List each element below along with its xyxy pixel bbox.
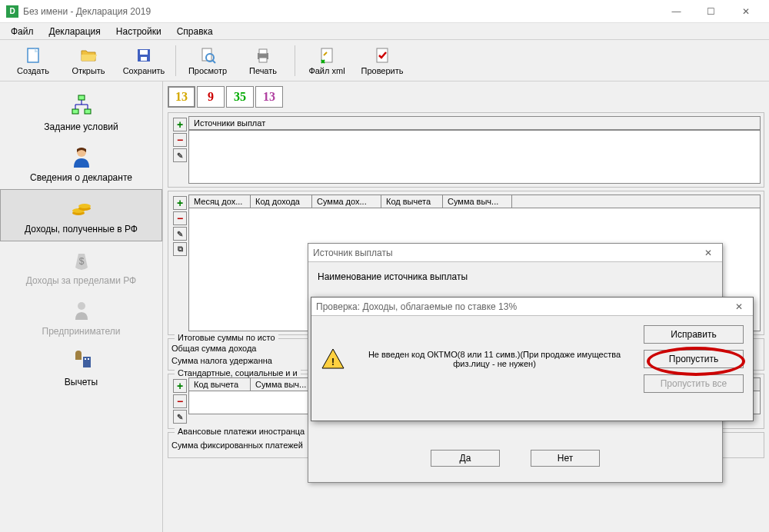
svg-rect-10 (259, 58, 267, 62)
col-month[interactable]: Месяц дох... (189, 195, 251, 208)
rate-tab-13b[interactable]: 13 (255, 86, 283, 108)
copy-income-button[interactable]: ⧉ (173, 242, 187, 256)
svg-rect-14 (72, 109, 78, 114)
edit-income-button[interactable]: ✎ (173, 227, 187, 241)
sidebar-item-income-abroad[interactable]: $ Доходы за пределами РФ (0, 241, 162, 292)
rate-tab-9[interactable]: 9 (197, 86, 225, 108)
toolbar-xml[interactable]: Файл xml (300, 42, 354, 79)
svg-rect-3 (140, 50, 148, 55)
col-deduct-code2[interactable]: Код вычета (189, 378, 251, 391)
maximize-button[interactable]: ☐ (694, 1, 728, 22)
sidebar: Задание условий Сведения о декларанте До… (0, 81, 163, 532)
col-sum[interactable]: Сумма дох... (312, 195, 381, 208)
business-icon (69, 298, 94, 323)
tax-rate-tabs: 13 9 35 13 (166, 85, 766, 109)
toolbar-print[interactable]: Печать (236, 42, 290, 79)
dialog2-title: Проверка: Доходы, облагаемые по ставке 1… (316, 301, 517, 312)
deductions-icon (69, 349, 94, 374)
sources-header: Источники выплат (188, 116, 761, 130)
toolbar-save[interactable]: Сохранить (117, 42, 171, 79)
edit-source-button[interactable]: ✎ (173, 148, 187, 162)
rate-tab-13[interactable]: 13 (168, 86, 195, 108)
col-code[interactable]: Код дохода (251, 195, 312, 208)
preview-icon (198, 46, 217, 65)
sidebar-item-business[interactable]: Предприниматели (0, 292, 162, 343)
col-deduct-code[interactable]: Код вычета (381, 195, 443, 208)
window-title: Без имени - Декларация 2019 (23, 6, 659, 17)
folder-open-icon (79, 46, 98, 65)
validation-dialog: Проверка: Доходы, облагаемые по ставке 1… (311, 297, 754, 421)
sidebar-item-deductions[interactable]: Вычеты (0, 343, 162, 394)
add-income-button[interactable]: + (173, 196, 187, 210)
toolbar: Создать Открыть Сохранить Просмотр Печат… (0, 40, 769, 81)
toolbar-check[interactable]: Проверить (355, 42, 409, 79)
check-icon (373, 46, 391, 65)
svg-rect-28 (85, 358, 86, 360)
moneybag-icon: $ (69, 248, 94, 272)
tax-withheld-label: Сумма налога удержанна (171, 356, 325, 365)
add-deduction-button[interactable]: + (173, 379, 187, 393)
svg-rect-0 (28, 48, 38, 62)
dialog1-title: Источник выплаты (313, 248, 393, 258)
validation-message: Не введен код ОКТМО(8 или 11 симв.)(При … (355, 350, 634, 368)
app-icon: D (6, 5, 18, 18)
titlebar: D Без имени - Декларация 2019 — ☐ ✕ (0, 0, 769, 23)
col-deduct-sum[interactable]: Сумма выч... (443, 195, 512, 208)
menu-declaration[interactable]: Декларация (43, 25, 107, 38)
toolbar-separator (295, 45, 295, 76)
svg-line-7 (212, 60, 215, 63)
remove-deduction-button[interactable]: − (173, 394, 187, 408)
dialog1-yes-button[interactable]: Да (431, 450, 500, 467)
remove-income-button[interactable]: − (173, 211, 187, 225)
dialog1-no-button[interactable]: Нет (531, 450, 600, 467)
svg-rect-13 (78, 95, 85, 100)
toolbar-preview[interactable]: Просмотр (181, 42, 235, 79)
svg-rect-11 (321, 48, 332, 62)
svg-rect-27 (83, 357, 91, 367)
svg-text:!: ! (331, 357, 335, 367)
remove-source-button[interactable]: − (173, 133, 187, 147)
conditions-icon (69, 94, 94, 118)
close-button[interactable]: ✕ (728, 1, 763, 22)
sidebar-item-declarant[interactable]: Сведения о декларанте (0, 138, 162, 189)
sources-list[interactable] (188, 130, 761, 184)
menu-help[interactable]: Справка (171, 25, 219, 38)
menu-file[interactable]: Файл (5, 25, 40, 38)
toolbar-separator (175, 45, 176, 76)
fix-button[interactable]: Исправить (644, 325, 744, 344)
income-table-headers: Месяц дох... Код дохода Сумма дох... Код… (188, 195, 761, 208)
person-icon (69, 145, 94, 169)
svg-text:$: $ (78, 256, 84, 267)
rate-tab-35[interactable]: 35 (226, 86, 254, 108)
dialog2-close[interactable]: ✕ (730, 301, 748, 312)
total-income-label: Общая сумма дохода (171, 344, 325, 353)
toolbar-create[interactable]: Создать (6, 42, 60, 79)
toolbar-open[interactable]: Открыть (62, 42, 115, 79)
svg-point-24 (78, 204, 91, 208)
xml-file-icon (318, 46, 336, 65)
add-source-button[interactable]: + (173, 118, 187, 131)
warning-icon: ! (321, 347, 345, 371)
dialog1-close[interactable]: ✕ (699, 248, 717, 258)
svg-rect-29 (88, 358, 89, 360)
minimize-button[interactable]: — (659, 1, 694, 22)
source-name-label: Наименование источника выплаты (318, 271, 713, 282)
sidebar-item-income-rf[interactable]: Доходы, полученные в РФ (0, 189, 162, 241)
menubar: Файл Декларация Настройки Справка (0, 23, 769, 40)
new-file-icon (24, 46, 42, 65)
svg-rect-4 (141, 57, 147, 61)
svg-rect-15 (85, 109, 91, 114)
sidebar-item-conditions[interactable]: Задание условий (0, 88, 162, 138)
svg-rect-9 (259, 49, 267, 54)
sources-fieldset: + − ✎ Источники выплат (168, 112, 764, 188)
edit-deduction-button[interactable]: ✎ (173, 410, 187, 424)
skip-button[interactable]: Пропустить (644, 350, 744, 368)
skip-all-button[interactable]: Пропустить все (644, 374, 744, 393)
save-icon (135, 46, 153, 65)
menu-settings[interactable]: Настройки (110, 25, 168, 38)
coins-icon (69, 196, 94, 221)
svg-point-26 (78, 302, 85, 310)
print-icon (254, 46, 272, 65)
